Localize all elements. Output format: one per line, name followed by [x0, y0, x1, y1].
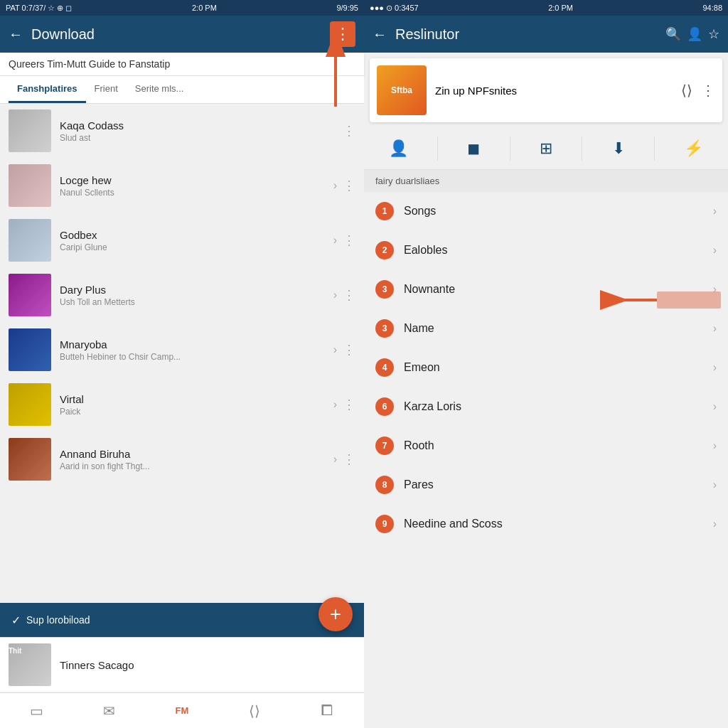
list-item[interactable]: Godbex Caripi Glune › ⋮ — [0, 213, 364, 268]
item-more-button[interactable]: ⋮ — [343, 178, 355, 193]
tab-serite[interactable]: Serite mls... — [127, 76, 193, 103]
item-title: Ealobles — [404, 244, 713, 257]
item-more-button[interactable]: ⋮ — [343, 287, 355, 303]
chevron-icon: › — [713, 361, 717, 374]
right-list-item[interactable]: 3 Name › — [364, 309, 728, 348]
fm-icon: FM — [176, 705, 189, 716]
item-thumb — [9, 383, 51, 426]
item-chevron-icon: › — [333, 343, 337, 356]
footer-thumb-label: Thit — [9, 647, 21, 655]
nav-item-grid[interactable]: ▭ — [30, 702, 43, 719]
bookmark-icon: ⧠ — [320, 702, 334, 719]
featured-more-button[interactable]: ⋮ — [701, 82, 715, 99]
left-back-button[interactable]: ← — [9, 26, 23, 43]
icon-grid[interactable]: ⊞ — [531, 136, 561, 161]
item-thumb — [9, 219, 51, 262]
list-item[interactable]: Annand Biruha Aarid in son fight Thgt...… — [0, 432, 364, 487]
bottom-bar-text: Sup lorobiload — [26, 614, 90, 626]
list-item[interactable]: Kaqa Codass Slud ast ⋮ — [0, 104, 364, 159]
right-list-item[interactable]: 1 Songs › — [364, 192, 728, 231]
item-badge: 2 — [375, 241, 394, 259]
item-info: Godbex Caripi Glune — [60, 229, 333, 252]
icon-lightning[interactable]: ⚡ — [675, 136, 712, 161]
item-title: Emeon — [404, 361, 713, 374]
nav-item-share[interactable]: ⟨⟩ — [249, 702, 260, 719]
right-status-right: 94:88 — [702, 4, 722, 12]
nav-item-mail[interactable]: ✉ — [103, 702, 115, 719]
right-list-item[interactable]: 2 Ealobles › — [364, 231, 728, 270]
item-title: Nownante — [404, 283, 713, 296]
item-subtitle: Aarid in son fight Thgt... — [60, 461, 333, 471]
fab-add-button[interactable]: + — [318, 597, 353, 631]
icon-video[interactable]: ◼ — [459, 136, 488, 161]
chevron-icon: › — [713, 322, 717, 335]
item-more-button[interactable]: ⋮ — [343, 123, 355, 139]
separator — [654, 136, 655, 161]
item-more-button[interactable]: ⋮ — [343, 232, 355, 248]
nav-item-fm[interactable]: FM — [176, 705, 189, 716]
check-icon: ✓ — [11, 614, 21, 627]
featured-info: Zin up NPFsnites — [435, 85, 681, 97]
item-subtitle: Caripi Glune — [60, 242, 333, 252]
left-tabs: Fanshplatires Frient Serite mls... — [0, 76, 364, 104]
right-list-item[interactable]: 7 Rooth › — [364, 427, 728, 466]
section-header-text: fairy duarlsliaes — [375, 176, 439, 186]
item-title: Virtal — [60, 393, 333, 405]
item-more-button[interactable]: ⋮ — [343, 397, 355, 412]
icon-action-row: 👤 ◼ ⊞ ⬇ ⚡ — [364, 128, 728, 170]
grid-icon: ▭ — [30, 702, 43, 719]
item-more-button[interactable]: ⋮ — [343, 342, 355, 358]
list-item[interactable]: Locge hew Nanul Scllents › ⋮ — [0, 159, 364, 213]
nav-item-bookmark[interactable]: ⧠ — [320, 702, 334, 719]
share-icon: ⟨⟩ — [249, 702, 260, 719]
chevron-icon: › — [713, 244, 717, 257]
right-star-button[interactable]: ☆ — [708, 26, 719, 42]
item-badge: 6 — [375, 397, 394, 416]
list-item[interactable]: Virtal Paick › ⋮ — [0, 378, 364, 432]
right-list-item[interactable]: 4 Emeon › — [364, 348, 728, 387]
list-item[interactable]: Dary Plus Ush Toll an Metterts › ⋮ — [0, 268, 364, 323]
left-status-time: 2:0 PM — [192, 4, 217, 12]
featured-actions: ⟨⟩ ⋮ — [681, 82, 715, 99]
right-list-item[interactable]: 3 Nownante › — [364, 270, 728, 309]
tab-frient[interactable]: Frient — [86, 76, 127, 103]
icon-person[interactable]: 👤 — [380, 136, 417, 161]
item-badge: 4 — [375, 358, 394, 377]
featured-share-button[interactable]: ⟨⟩ — [681, 82, 692, 99]
tab-fanshplatires[interactable]: Fanshplatires — [9, 76, 86, 103]
chevron-icon: › — [713, 400, 717, 413]
right-list: 1 Songs › 2 Ealobles › 3 Nownante › 3 Na… — [364, 192, 728, 728]
item-thumb — [9, 438, 51, 481]
item-title: Needine and Scoss — [404, 518, 713, 530]
list-item[interactable]: Mnaryoba Butteh Hebiner to Chsir Camp...… — [0, 323, 364, 378]
right-page-title: Reslinutor — [395, 26, 660, 43]
item-chevron-icon: › — [333, 289, 337, 301]
separator — [437, 136, 438, 161]
right-list-item[interactable]: 9 Needine and Scoss › — [364, 505, 728, 544]
footer-list-item[interactable]: Thit Tinners Sacago — [0, 637, 364, 692]
item-chevron-icon: › — [333, 234, 337, 247]
item-actions: › ⋮ — [333, 342, 355, 358]
icon-download[interactable]: ⬇ — [604, 136, 633, 161]
item-info: Virtal Paick — [60, 393, 333, 417]
item-subtitle: Nanul Scllents — [60, 188, 333, 198]
right-back-button[interactable]: ← — [373, 26, 387, 43]
item-title: Godbex — [60, 229, 333, 241]
left-bottom-nav: ▭ ✉ FM ⟨⟩ ⧠ — [0, 692, 364, 728]
item-chevron-icon: › — [333, 179, 337, 192]
left-more-button[interactable]: ⋮ — [330, 21, 355, 47]
right-person-button[interactable]: 👤 — [687, 26, 702, 42]
item-chevron-icon: › — [333, 398, 337, 411]
item-chevron-icon: › — [333, 453, 337, 466]
item-subtitle: Butteh Hebiner to Chsir Camp... — [60, 352, 333, 362]
footer-thumb: Thit — [9, 643, 51, 686]
right-list-item[interactable]: 6 Karza Loris › — [364, 387, 728, 427]
chevron-icon: › — [713, 283, 717, 296]
item-title: Pares — [404, 478, 713, 491]
right-list-item[interactable]: 8 Pares › — [364, 466, 728, 505]
left-top-nav: ← Download ⋮ — [0, 16, 364, 53]
left-status-bar: PAT 0:7/37/ ☆ ⊕ ◻ 2:0 PM 9/9:95 — [0, 0, 364, 16]
right-search-button[interactable]: 🔍 — [665, 26, 681, 42]
item-more-button[interactable]: ⋮ — [343, 451, 355, 467]
separator — [582, 136, 582, 161]
